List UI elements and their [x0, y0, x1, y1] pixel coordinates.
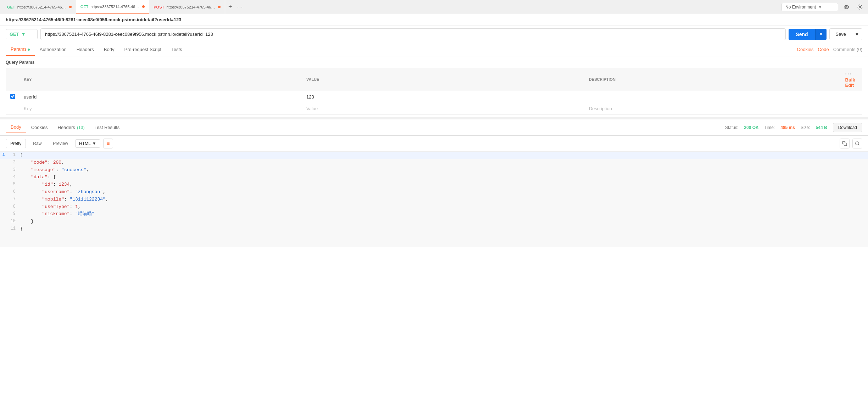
row-description[interactable] — [585, 91, 841, 103]
wrap-button[interactable]: ≡ — [103, 139, 113, 148]
tab-bar-right: No Environment ▼ — [781, 2, 865, 12]
view-pretty[interactable]: Pretty — [6, 139, 26, 148]
line-content-7: "mobile": "13111122234", — [18, 196, 868, 203]
format-arrow-icon: ▼ — [92, 141, 96, 146]
resp-tab-cookies[interactable]: Cookies — [26, 122, 53, 133]
send-button[interactable]: Send — [789, 29, 815, 40]
placeholder-key[interactable]: Key — [20, 103, 302, 114]
code-line-1: i 1 { — [0, 152, 868, 159]
response-toolbar: Pretty Raw Preview HTML ▼ ≡ — [0, 136, 868, 152]
svg-point-0 — [844, 5, 849, 9]
row-checkbox-cell — [6, 91, 20, 103]
format-select[interactable]: HTML ▼ — [75, 139, 100, 148]
code-line-10: 10 } — [0, 218, 868, 225]
settings-icon[interactable] — [855, 2, 865, 12]
tab-tests[interactable]: Tests — [166, 43, 187, 56]
status-value: 200 OK — [744, 125, 758, 130]
send-dropdown-button[interactable]: ▼ — [815, 29, 827, 40]
page-title: https://38675214-4765-46f9-8281-ceec08e9… — [6, 17, 181, 22]
more-tabs-button[interactable]: ··· — [235, 2, 245, 12]
search-icon[interactable] — [852, 139, 862, 148]
copy-icon[interactable] — [840, 139, 850, 148]
line-num-10: 10 — [7, 218, 18, 225]
size-label: Size: — [801, 125, 810, 130]
view-raw[interactable]: Raw — [29, 139, 46, 148]
new-tab-button[interactable]: + — [225, 2, 235, 12]
placeholder-value[interactable]: Value — [302, 103, 585, 114]
line-num-6: 6 — [7, 189, 18, 195]
line-num-9: 9 — [7, 210, 18, 217]
col-checkbox — [6, 68, 20, 91]
tab-url-1: https://38675214-4765-46f9-828... — [17, 5, 67, 9]
line-num-2: 2 — [7, 159, 18, 166]
view-preview[interactable]: Preview — [49, 139, 72, 148]
line-content-5: "id": 1234, — [18, 181, 868, 189]
url-input[interactable] — [40, 28, 786, 40]
request-bar: GET ▼ Send ▼ Save ▼ — [0, 26, 868, 43]
request-tabs: Params Authorization Headers Body Pre-re… — [0, 43, 868, 56]
params-table: KEY VALUE DESCRIPTION ··· Bulk Edit user… — [6, 68, 862, 114]
query-params-section: Query Params KEY VALUE DESCRIPTION ··· B… — [0, 56, 868, 114]
code-line-9: 9 "nickname": "喵喵喵" — [0, 210, 868, 218]
tab-params[interactable]: Params — [6, 43, 35, 56]
cookies-link[interactable]: Cookies — [797, 47, 814, 52]
env-select-label: No Environment — [785, 5, 816, 10]
row-key[interactable]: userId — [20, 91, 302, 103]
tab-url-2: https://38675214-4765-46f9-828... — [90, 5, 140, 9]
line-content-2: "code": 200, — [18, 159, 868, 167]
size-value: 544 B — [816, 125, 827, 130]
tab-authorization[interactable]: Authorization — [35, 43, 72, 56]
code-link[interactable]: Code — [818, 47, 829, 52]
tab-body[interactable]: Body — [99, 43, 119, 56]
line-content-1: { — [18, 152, 868, 159]
method-select[interactable]: GET ▼ — [6, 29, 38, 39]
line-num-4: 4 — [7, 174, 18, 180]
save-dropdown-button[interactable]: ▼ — [852, 29, 862, 40]
svg-point-2 — [859, 6, 861, 8]
tab-1[interactable]: GET https://38675214-4765-46f9-828... — [3, 0, 76, 14]
method-arrow-icon: ▼ — [21, 32, 26, 37]
placeholder-description[interactable]: Description — [585, 103, 841, 114]
save-btn-group: Save ▼ — [829, 28, 862, 40]
line-num-1: 1 — [7, 152, 18, 158]
line-content-8: "userType": 1, — [18, 203, 868, 211]
save-button[interactable]: Save — [830, 29, 852, 40]
tab-dot-1 — [69, 6, 72, 8]
response-section: Body Cookies Headers (13) Test Results S… — [0, 117, 868, 247]
tab-3[interactable]: POST https://38675214-4765-46f9-82... — [149, 0, 225, 14]
line-content-3: "message": "success", — [18, 167, 868, 174]
environment-select[interactable]: No Environment ▼ — [781, 3, 838, 11]
svg-point-1 — [846, 6, 847, 8]
row-value[interactable]: 123 — [302, 91, 585, 103]
line-content-9: "nickname": "喵喵喵" — [18, 210, 868, 218]
code-line-7: 7 "mobile": "13111122234", — [0, 196, 868, 203]
resp-tab-test-results[interactable]: Test Results — [89, 122, 124, 133]
tab-headers[interactable]: Headers — [72, 43, 99, 56]
resp-tab-body[interactable]: Body — [6, 122, 26, 133]
line-content-6: "username": "zhangsan", — [18, 189, 868, 196]
resp-toolbar-right — [840, 139, 862, 148]
time-value: 485 ms — [780, 125, 795, 130]
bulk-edit-button[interactable]: Bulk Edit — [845, 77, 855, 88]
line-content-4: "data": { — [18, 174, 868, 181]
comments-link[interactable]: Comments (0) — [833, 47, 862, 52]
tab-method-3: POST — [154, 5, 164, 9]
code-line-11: 11 } — [0, 225, 868, 233]
headers-count: (13) — [76, 125, 85, 130]
response-header: Body Cookies Headers (13) Test Results S… — [0, 119, 868, 136]
tab-2[interactable]: GET https://38675214-4765-46f9-828... — [76, 0, 150, 14]
code-line-8: 8 "userType": 1, — [0, 203, 868, 211]
line-num-11: 11 — [7, 225, 18, 232]
tab-method-2: GET — [80, 5, 89, 9]
request-tab-right: Cookies Code Comments (0) — [797, 47, 862, 52]
line-num-7: 7 — [7, 196, 18, 203]
line-content-10: } — [18, 218, 868, 225]
resp-tab-headers[interactable]: Headers (13) — [53, 122, 90, 133]
tab-pre-request-script[interactable]: Pre-request Script — [119, 43, 166, 56]
query-params-title: Query Params — [6, 60, 862, 65]
download-button[interactable]: Download — [833, 123, 862, 132]
eye-icon[interactable] — [841, 2, 852, 12]
line-num-5: 5 — [7, 181, 18, 188]
row-checkbox[interactable] — [10, 94, 15, 99]
more-options-icon[interactable]: ··· — [845, 71, 852, 77]
